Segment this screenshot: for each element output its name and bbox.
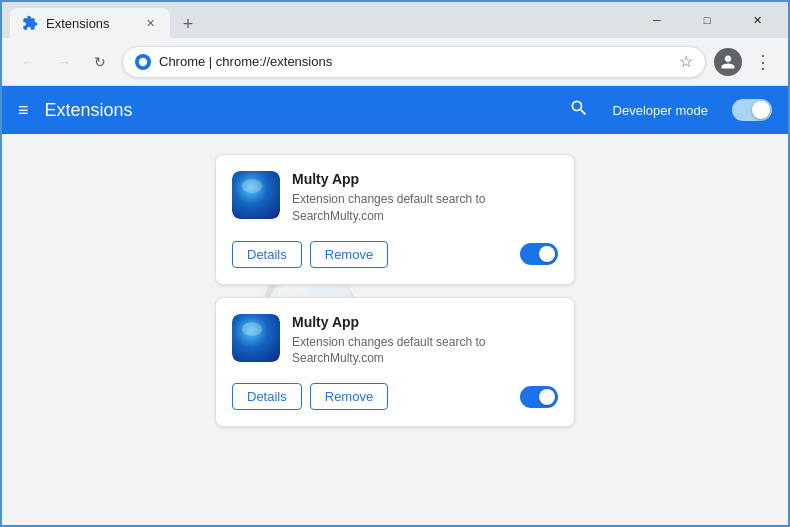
extension-2-icon <box>232 314 280 362</box>
extension-1-info: Multy App Extension changes default sear… <box>292 171 558 225</box>
extension-2-toggle-knob <box>539 389 555 405</box>
chrome-menu-button[interactable]: ⋮ <box>750 47 776 77</box>
forward-button[interactable]: → <box>50 48 78 76</box>
extension-2-info: Multy App Extension changes default sear… <box>292 314 558 368</box>
extension-1-name: Multy App <box>292 171 558 187</box>
bookmark-button[interactable]: ☆ <box>679 52 693 71</box>
extension-2-remove-button[interactable]: Remove <box>310 383 388 410</box>
extension-2-actions: Details Remove <box>232 383 558 410</box>
extension-2-icon-inner <box>232 314 280 362</box>
back-button[interactable]: ← <box>14 48 42 76</box>
profile-button[interactable] <box>714 48 742 76</box>
extension-2-toggle[interactable] <box>520 386 558 408</box>
extension-1-actions: Details Remove <box>232 241 558 268</box>
minimize-button[interactable]: ─ <box>634 2 680 38</box>
svg-point-0 <box>139 57 147 65</box>
developer-mode-toggle[interactable] <box>732 99 772 121</box>
window-controls: ─ □ ✕ <box>634 2 780 38</box>
extension-1-remove-button[interactable]: Remove <box>310 241 388 268</box>
extensions-tab-icon <box>22 15 38 31</box>
close-button[interactable]: ✕ <box>734 2 780 38</box>
site-security-icon <box>135 54 151 70</box>
extension-1-icon <box>232 171 280 219</box>
extension-card-2: Multy App Extension changes default sear… <box>215 297 575 428</box>
extension-1-toggle-knob <box>539 246 555 262</box>
extension-2-description: Extension changes default search to Sear… <box>292 334 558 368</box>
search-button[interactable] <box>569 98 589 123</box>
tab-label: Extensions <box>46 16 134 31</box>
developer-mode-label: Developer mode <box>613 103 708 118</box>
hamburger-menu-icon[interactable]: ≡ <box>18 100 29 121</box>
new-tab-button[interactable]: + <box>174 10 202 38</box>
extension-card-2-top: Multy App Extension changes default sear… <box>232 314 558 368</box>
extension-2-icon-highlight <box>242 322 262 336</box>
tab-close-button[interactable]: ✕ <box>142 15 158 31</box>
extension-2-details-button[interactable]: Details <box>232 383 302 410</box>
tab-area: Extensions ✕ + <box>10 2 634 38</box>
url-bar[interactable]: Chrome | chrome://extensions ☆ <box>122 46 706 78</box>
title-bar: Extensions ✕ + ─ □ ✕ <box>2 2 788 38</box>
reload-button[interactable]: ↻ <box>86 48 114 76</box>
address-bar: ← → ↻ Chrome | chrome://extensions ☆ ⋮ <box>2 38 788 86</box>
extension-1-details-button[interactable]: Details <box>232 241 302 268</box>
maximize-button[interactable]: □ <box>684 2 730 38</box>
extension-1-icon-inner <box>232 171 280 219</box>
extensions-header: ≡ Extensions Developer mode <box>2 86 788 134</box>
extensions-page-title: Extensions <box>45 100 553 121</box>
extension-2-name: Multy App <box>292 314 558 330</box>
extension-1-icon-highlight <box>242 179 262 193</box>
extension-1-toggle[interactable] <box>520 243 558 265</box>
url-text: Chrome | chrome://extensions <box>159 54 332 69</box>
main-content: 🔍 PCrisk Multy App Extension changes def… <box>2 134 788 527</box>
extension-1-description: Extension changes default search to Sear… <box>292 191 558 225</box>
extension-card-1: Multy App Extension changes default sear… <box>215 154 575 285</box>
active-tab[interactable]: Extensions ✕ <box>10 8 170 38</box>
extension-card-1-top: Multy App Extension changes default sear… <box>232 171 558 225</box>
toggle-knob <box>752 101 770 119</box>
